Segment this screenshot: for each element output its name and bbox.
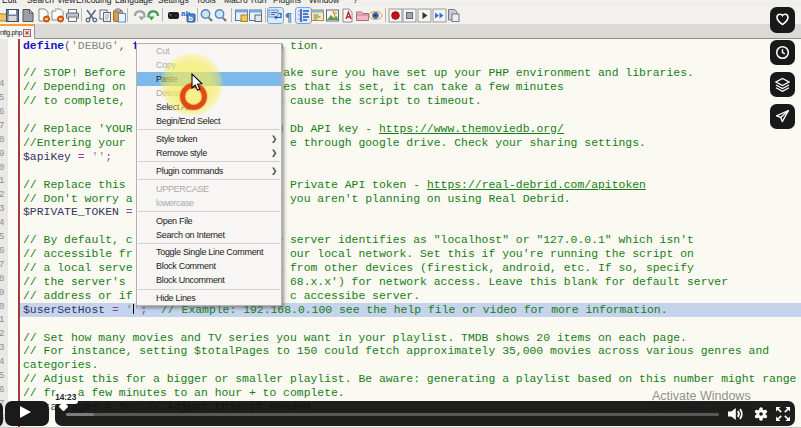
svg-text:b: b <box>189 14 193 21</box>
svg-text:¶: ¶ <box>285 8 292 23</box>
